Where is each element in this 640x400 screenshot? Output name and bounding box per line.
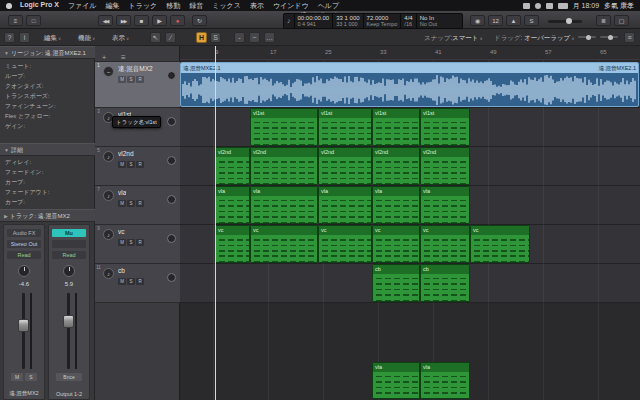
midi-region[interactable]: vla [372, 186, 420, 224]
rewind-button[interactable]: ◀◀ [98, 15, 113, 26]
region-inspector-row[interactable]: ミュート: [0, 61, 95, 71]
solo-tracks-button[interactable]: S [210, 32, 221, 43]
track-inspector-header[interactable]: ▶トラック: 遠.混音MX2 [0, 209, 95, 222]
region-inspector-row[interactable]: ループ: [0, 71, 95, 81]
track-pan-knob[interactable] [167, 156, 176, 165]
strip-name[interactable]: Output 1-2 [49, 391, 89, 397]
track-header[interactable]: 11♪cbMSR [95, 264, 180, 303]
midi-region[interactable]: vla [420, 362, 470, 399]
more-section-header[interactable]: ▼詳細 [0, 143, 95, 156]
midi-region[interactable]: vla [318, 186, 372, 224]
fader-handle[interactable] [63, 315, 74, 328]
more-inspector-row[interactable]: フェードイン: [0, 167, 95, 177]
track-header[interactable]: 1~遠.混音MX2MSR [95, 62, 180, 108]
midi-region[interactable]: vc [420, 225, 470, 263]
media-browser-icon[interactable]: ▢ [614, 15, 629, 26]
metronome-icon[interactable]: ▲ [506, 15, 521, 26]
track-record-button[interactable]: R [136, 239, 144, 246]
more-inspector-row[interactable]: フェードアウト: [0, 187, 95, 197]
audio-fx-slot[interactable]: Audio FX [7, 229, 41, 237]
arrange-area[interactable]: 917253341495765 遠.混音MXE2.1 遠.混音MXE2.1 vl… [180, 46, 640, 400]
output-slot[interactable]: Stereo Out [7, 240, 41, 248]
region-inspector-row[interactable]: Flex とフォロー: [0, 111, 95, 121]
quick-help-icon[interactable]: ? [4, 32, 15, 43]
midi-region[interactable]: cb [420, 264, 470, 302]
midi-region[interactable]: vl1st [372, 108, 420, 146]
fader-handle[interactable] [18, 319, 29, 332]
audio-region[interactable]: 遠.混音MXE2.1 遠.混音MXE2.1 [180, 62, 639, 107]
pan-knob[interactable] [63, 265, 75, 277]
midi-region[interactable]: vc [250, 225, 318, 263]
play-button[interactable]: ▶ [152, 15, 167, 26]
track-solo-button[interactable]: S [127, 200, 135, 207]
flex-icon[interactable]: ~ [249, 32, 260, 43]
zoom-presets-icon[interactable]: ≡ [624, 32, 635, 43]
catch-playhead-icon[interactable]: … [264, 32, 275, 43]
track-name[interactable]: vla [118, 189, 126, 196]
track-header[interactable]: 9♪vcMSR [95, 225, 180, 264]
track-pan-knob[interactable] [167, 117, 176, 126]
menubar-item[interactable]: トラック [129, 1, 158, 11]
solo-mode-icon[interactable]: S [524, 15, 539, 26]
region-inspector-row[interactable]: トランスポーズ: [0, 91, 95, 101]
track-record-button[interactable]: R [136, 278, 144, 285]
midi-region[interactable]: vla [215, 186, 250, 224]
playhead[interactable] [215, 46, 216, 400]
snap-menu[interactable]: スマート∨ [452, 34, 483, 43]
midi-region[interactable]: vl1st [420, 108, 470, 146]
lcd-tempo-section[interactable]: 72.0000 Keep Tempo [364, 14, 402, 28]
pointer-tool-icon[interactable]: ↖ [150, 32, 161, 43]
menubar-user[interactable]: 多氣 康孝 [604, 1, 634, 11]
midi-region[interactable]: vc [470, 225, 530, 263]
track-record-button[interactable]: R [136, 76, 144, 83]
inspector-toggle-icon[interactable]: i [19, 32, 30, 43]
forward-button[interactable]: ▶▶ [116, 15, 131, 26]
region-inspector-row[interactable]: ゲイン: [0, 121, 95, 131]
midi-region[interactable]: vl2nd [250, 147, 318, 185]
track-record-button[interactable]: R [136, 200, 144, 207]
automation-icon[interactable]: - [234, 32, 245, 43]
display-status-icon[interactable] [523, 3, 530, 9]
track-solo-button[interactable]: S [127, 76, 135, 83]
more-inspector-row[interactable]: カーブ: [0, 177, 95, 187]
menubar-item[interactable]: 録音 [189, 1, 203, 11]
more-inspector-row[interactable]: カーブ: [0, 197, 95, 207]
track-solo-button[interactable]: S [127, 278, 135, 285]
track-mute-button[interactable]: M [118, 239, 126, 246]
pencil-tool-icon[interactable]: ∕ [165, 32, 176, 43]
zoom-horizontal-slider[interactable] [578, 36, 596, 38]
midi-region[interactable]: cb [372, 264, 420, 302]
midi-region[interactable]: vla [372, 362, 420, 399]
hide-tracks-button[interactable]: H [196, 32, 207, 43]
midi-region[interactable]: vla [420, 186, 470, 224]
volume-fader[interactable] [22, 293, 25, 369]
lcd-mode-section[interactable]: ♪ [284, 14, 295, 28]
track-pan-knob[interactable] [167, 71, 176, 80]
region-inspector-row[interactable]: クオンタイズ: [0, 81, 95, 91]
midi-region[interactable]: vl2nd [215, 147, 250, 185]
track-record-button[interactable]: R [136, 161, 144, 168]
midi-region[interactable]: vc [372, 225, 420, 263]
volume-fader[interactable] [67, 293, 70, 369]
menubar-item[interactable]: 移動 [166, 1, 180, 11]
menubar-item[interactable]: ファイル [68, 1, 97, 11]
mute-plugin-slot[interactable]: Mu [52, 229, 86, 237]
edit-menu[interactable]: 編集∨ [44, 32, 61, 43]
menubar-item[interactable]: 表示 [250, 1, 264, 11]
zoom-vertical-slider[interactable] [600, 36, 618, 38]
drag-menu[interactable]: オーバーラップ∨ [524, 34, 575, 43]
zoom-h-knob[interactable] [586, 35, 591, 40]
bounce-button[interactable]: Bnce [56, 373, 82, 381]
track-pan-knob[interactable] [167, 273, 176, 282]
stop-button[interactable]: ■ [134, 15, 149, 26]
strip-solo-button[interactable]: S [25, 373, 37, 381]
track-mute-button[interactable]: M [118, 278, 126, 285]
menubar-item[interactable]: 編集 [106, 1, 120, 11]
midi-region[interactable]: vla [250, 186, 318, 224]
midi-region[interactable]: vl2nd [372, 147, 420, 185]
lcd-midi-io-section[interactable]: No In No Out [417, 14, 440, 28]
track-mute-button[interactable]: M [118, 76, 126, 83]
track-name[interactable]: vc [118, 228, 125, 235]
track-header[interactable]: 7♪vlaMSR [95, 186, 180, 225]
master-volume-slider[interactable] [548, 20, 582, 23]
